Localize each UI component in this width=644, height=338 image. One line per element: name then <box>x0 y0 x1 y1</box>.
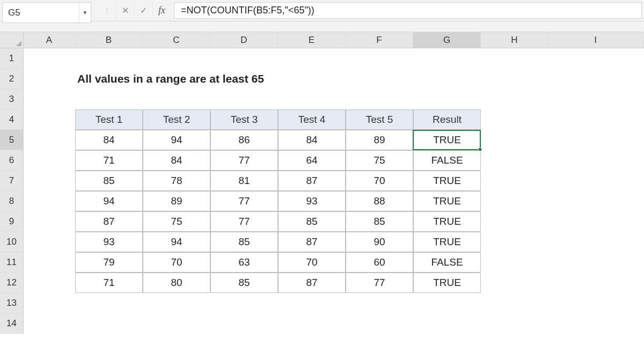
row-header-13[interactable]: 13 <box>0 293 24 313</box>
expand-icon[interactable]: ⋮ <box>98 2 116 19</box>
row-header-12[interactable]: 12 <box>0 273 24 293</box>
name-box-dropdown-icon[interactable]: ▼ <box>79 3 91 23</box>
cell-I1[interactable] <box>548 48 643 69</box>
header-test3[interactable]: Test 3 <box>210 109 278 130</box>
cell-F5[interactable]: 89 <box>346 130 413 150</box>
fx-icon[interactable]: fx <box>152 2 171 19</box>
row-12: 71 80 85 87 77 TRUE <box>24 273 644 293</box>
cell-H1[interactable] <box>481 48 548 69</box>
cell-B1[interactable] <box>75 48 143 69</box>
col-header-B[interactable]: B <box>75 32 143 48</box>
sheet-cells[interactable]: All values in a range are at least 65 <box>24 48 644 334</box>
enter-icon[interactable]: ✓ <box>134 2 152 19</box>
spreadsheet-grid: 1 2 3 4 5 6 7 8 9 10 11 12 13 14 A B C D… <box>0 32 644 338</box>
cell-D5[interactable]: 86 <box>210 130 278 150</box>
formula-bar: G5 ▼ ⋮ ✕ ✓ fx =NOT(COUNTIF(B5:F5,"<65")) <box>0 0 644 21</box>
header-test2[interactable]: Test 2 <box>143 109 210 130</box>
ribbon-stub <box>0 21 644 32</box>
row-13 <box>24 293 644 313</box>
select-all-corner[interactable] <box>0 32 24 48</box>
row-14 <box>24 313 644 334</box>
cell-C1[interactable] <box>143 48 210 69</box>
formula-input[interactable]: =NOT(COUNTIF(B5:F5,"<65")) <box>174 2 642 19</box>
row-headers: 1 2 3 4 5 6 7 8 9 10 11 12 13 14 <box>0 32 24 338</box>
cell-G1[interactable] <box>413 48 481 69</box>
row-header-9[interactable]: 9 <box>0 211 24 232</box>
cell-B5[interactable]: 84 <box>75 130 143 150</box>
cell-D1[interactable] <box>210 48 278 69</box>
col-header-G[interactable]: G <box>413 32 481 48</box>
row-1 <box>24 48 644 69</box>
row-4: Test 1 Test 2 Test 3 Test 4 Test 5 Resul… <box>24 109 644 130</box>
col-header-F[interactable]: F <box>346 32 413 48</box>
row-6: 71 84 77 64 75 FALSE <box>24 150 644 171</box>
header-test5[interactable]: Test 5 <box>346 109 413 130</box>
row-2: All values in a range are at least 65 <box>24 69 644 89</box>
row-header-2[interactable]: 2 <box>0 69 24 89</box>
row-header-3[interactable]: 3 <box>0 89 24 109</box>
row-header-6[interactable]: 6 <box>0 150 24 171</box>
col-header-C[interactable]: C <box>143 32 210 48</box>
cell-A1[interactable] <box>24 48 75 69</box>
row-header-7[interactable]: 7 <box>0 171 24 191</box>
formula-bar-buttons: ⋮ ✕ ✓ fx <box>94 0 174 21</box>
cell-E5[interactable]: 84 <box>278 130 346 150</box>
cell-G5[interactable]: TRUE <box>413 130 481 150</box>
row-5: 84 94 86 84 89 TRUE <box>24 130 644 150</box>
title-cell[interactable]: All values in a range are at least 65 <box>75 69 616 89</box>
cell-A2[interactable] <box>24 69 75 89</box>
col-header-I[interactable]: I <box>548 32 643 48</box>
row-10: 93 94 85 87 90 TRUE <box>24 232 644 252</box>
row-header-11[interactable]: 11 <box>0 252 24 273</box>
columns-area: A B C D E F G H I <box>24 32 644 338</box>
header-test4[interactable]: Test 4 <box>278 109 346 130</box>
row-3 <box>24 89 644 109</box>
header-test1[interactable]: Test 1 <box>75 109 143 130</box>
excel-window: G5 ▼ ⋮ ✕ ✓ fx =NOT(COUNTIF(B5:F5,"<65"))… <box>0 0 644 338</box>
row-7: 85 78 81 87 70 TRUE <box>24 171 644 191</box>
col-header-E[interactable]: E <box>278 32 346 48</box>
row-header-1[interactable]: 1 <box>0 48 24 69</box>
col-header-D[interactable]: D <box>210 32 278 48</box>
row-header-10[interactable]: 10 <box>0 232 24 252</box>
name-box-text: G5 <box>3 8 79 18</box>
row-header-5[interactable]: 5 <box>0 130 24 150</box>
cell-E1[interactable] <box>278 48 346 69</box>
name-box[interactable]: G5 ▼ <box>2 2 91 23</box>
row-9: 87 75 77 85 85 TRUE <box>24 211 644 232</box>
row-header-14[interactable]: 14 <box>0 313 24 334</box>
col-header-H[interactable]: H <box>481 32 548 48</box>
row-header-8[interactable]: 8 <box>0 191 24 211</box>
row-header-4[interactable]: 4 <box>0 109 24 130</box>
cell-A4[interactable] <box>24 109 75 130</box>
cell-F1[interactable] <box>346 48 413 69</box>
col-header-A[interactable]: A <box>24 32 75 48</box>
cell-C5[interactable]: 94 <box>143 130 210 150</box>
column-headers: A B C D E F G H I <box>24 32 644 48</box>
row-8: 94 89 77 93 88 TRUE <box>24 191 644 211</box>
header-result[interactable]: Result <box>413 109 481 130</box>
cancel-icon[interactable]: ✕ <box>116 2 134 19</box>
cell-A3[interactable] <box>24 89 75 109</box>
row-11: 79 70 63 70 60 FALSE <box>24 252 644 273</box>
